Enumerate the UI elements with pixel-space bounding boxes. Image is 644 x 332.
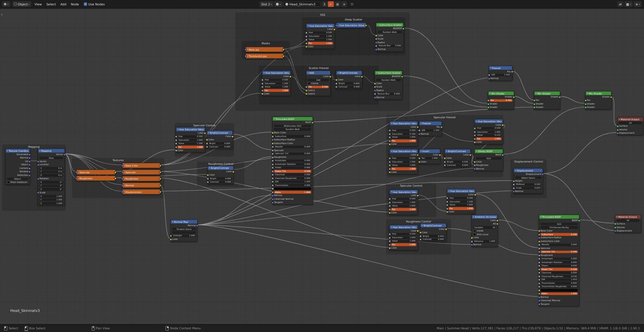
socket-in-normal[interactable] [271,195,274,197]
field-metallic[interactable]: Metallic0.000 [540,244,578,246]
socket-in-value[interactable] [305,39,308,41]
socket-out[interactable] [159,164,161,167]
socket-in-fac[interactable] [388,140,391,142]
socket-in-normal[interactable] [375,48,377,51]
color-swatch-emission[interactable] [274,187,311,190]
socket-out-reflection[interactable] [28,174,31,177]
socket-in-value[interactable] [388,205,391,207]
field-distance[interactable]: Distance1.000 [473,240,496,243]
collapse-icon[interactable]: ▾ [7,150,8,152]
node-header[interactable]: ▾Material Output [618,117,643,121]
collapse-icon[interactable]: ▾ [391,226,392,228]
socket-in-texture-blur[interactable] [375,45,377,47]
field-subsurface[interactable]: Subsurface0.200 [540,233,578,236]
socket-out-color[interactable] [417,229,419,232]
collapse-icon[interactable]: ▾ [172,221,173,223]
socket-in-subsurface-color[interactable] [538,240,540,243]
socket-in-specular[interactable] [538,247,540,250]
node-subsurface-scattering[interactable]: ▾Subsurface ScatteringBSSRDFRandom WalkC… [375,71,402,99]
field-metallic[interactable]: Metallic0.000 [274,145,311,148]
socket-in-height[interactable] [513,180,515,182]
node-base-color[interactable]: ▸Base Color [122,163,161,168]
field-ior[interactable]: IOR1.450 [421,129,440,132]
socket-out-normal[interactable] [196,224,198,226]
socket-out[interactable] [159,184,161,187]
field-texture-blur[interactable]: Texture Blur0.000 [377,45,402,47]
socket-in-sheen[interactable] [271,167,274,169]
socket-in-contrast[interactable] [419,239,422,241]
field-saturation[interactable]: Saturation1.200 [308,35,333,38]
field-fac[interactable]: Fac1.000 [264,89,289,92]
socket-out[interactable] [282,48,284,51]
socket-in-subsurface[interactable] [271,135,274,138]
socket-out-shader[interactable] [610,96,612,98]
socket-in-value[interactable] [388,240,391,243]
field-clearcoat[interactable]: Clearcoat0.000 [274,173,311,176]
socket-out-vector[interactable] [63,153,66,156]
node-mask-jpg[interactable]: ▸Mask.jpg [245,47,284,52]
node-header[interactable]: ▾Hue Saturation Value [390,121,418,125]
node-header[interactable]: ▸Translucent.jpg [246,54,283,58]
node-hue-saturation-value[interactable]: ▾Hue Saturation ValueColorHue0.500Satura… [447,189,476,214]
socket-in-anisotropic-rotation[interactable] [538,261,540,264]
node-add[interactable]: ▾AddColorAddClampFac0.500Color1Color2 [306,71,330,96]
menu-ggx[interactable]: GGX [540,222,578,225]
socket-in-scale[interactable] [513,187,515,189]
socket-in-value[interactable] [446,204,448,206]
field-z[interactable]: Z0° [40,188,63,191]
socket-in-hue[interactable] [388,233,391,236]
socket-in-fac[interactable] [175,146,177,148]
menu-random-walk[interactable]: Random Walk [376,78,401,81]
node-header[interactable]: ▾Bright/Contrast [207,131,232,135]
socket-in-displacement[interactable] [614,230,616,232]
field-saturation[interactable]: Saturation1.000 [476,130,501,133]
node-hue-saturation-value[interactable]: ▾Hue Saturation ValueColorHue0.500Satura… [474,119,503,144]
collapse-icon[interactable]: ▸ [124,178,125,180]
socket-in-color[interactable] [388,247,391,249]
field-transmission-roughness[interactable]: Transmission Roughness0.000 [540,285,578,288]
collapse-icon[interactable]: ▾ [274,118,275,120]
collapse-icon[interactable]: ▸ [77,177,78,179]
socket-out[interactable] [159,171,161,174]
menu-ggx[interactable]: GGX [476,157,501,159]
collapse-icon[interactable]: ▸ [124,164,125,167]
field-scale[interactable]: Scale0.025 [515,187,541,189]
socket-in-transmission[interactable] [271,184,274,186]
socket-in-roughness[interactable] [271,156,274,158]
socket-in-value[interactable] [388,164,391,167]
node-mapping[interactable]: ▾MappingVectorPointVectorLocationX0 mY0 … [38,148,65,205]
node-fresnel[interactable]: ▾FresnelFacIOR1.450Normal [419,121,442,136]
browse-material-dropdown[interactable]: ▾ [274,1,282,7]
field-value[interactable]: Value0.125 [476,134,501,137]
socket-in-metallic[interactable] [271,146,274,148]
socket-in-rotation[interactable] [37,178,39,180]
socket-in-bright[interactable] [207,178,209,180]
field-transmission[interactable]: Transmission0.000 [540,282,578,284]
socket-in-fac[interactable] [388,168,391,170]
collapse-icon[interactable]: ▾ [264,72,265,74]
socket-in-hue[interactable] [305,32,308,34]
socket-in[interactable] [75,171,77,174]
socket-out-bsdf[interactable] [311,121,314,124]
collapse-icon[interactable]: ▾ [515,170,516,172]
socket-out-bsdf[interactable] [578,219,580,222]
field-midlevel[interactable]: Midlevel0.500 [515,183,541,186]
socket-in-saturation[interactable] [474,131,476,133]
socket-in-fac[interactable] [487,99,489,102]
socket-in-color[interactable] [418,161,421,163]
node-ambient-occlusion[interactable]: ▾Ambient OcclusionColorAOSamples16Inside… [472,214,498,247]
field-alpha[interactable]: Alpha1.000 [274,191,311,193]
socket-in-volume[interactable] [616,129,619,131]
node-hue-saturation-value[interactable]: ▾Hue Saturation ValueColorHue0.500Satura… [262,71,291,96]
socket-in-color[interactable] [206,139,208,141]
node-header[interactable]: ▾Normal Map [171,220,197,223]
field-value[interactable]: Value1.000 [391,204,417,207]
checkbox-icon[interactable] [308,82,310,85]
collapse-icon[interactable]: ▾ [448,190,449,192]
field-fac[interactable]: Fac2.000 [391,243,417,246]
socket-in-volume[interactable] [614,226,616,229]
menu-add[interactable]: Add [308,78,329,81]
node-translucent-jpg[interactable]: ▸Translucent.jpg [245,53,284,59]
socket-in[interactable] [121,178,123,180]
socket-in[interactable] [121,164,123,167]
